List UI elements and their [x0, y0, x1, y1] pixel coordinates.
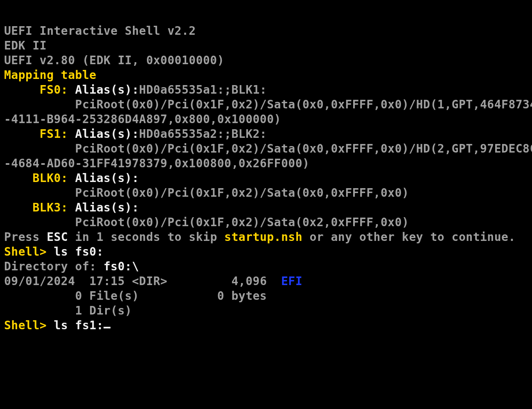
map-blk3-label: BLK3: — [4, 201, 68, 214]
shell-prompt-2: Shell> — [4, 319, 47, 332]
map-fs1-label: FS1: — [4, 127, 68, 141]
uefi-shell-terminal[interactable]: UEFI Interactive Shell v2.2 EDK II UEFI … — [0, 0, 532, 337]
map-blk3-alias-word: Alias(s): — [68, 201, 139, 214]
shell-prompt-1: Shell> — [4, 245, 47, 258]
startup-press: Press — [4, 230, 47, 244]
dir-of-label: Directory of: — [4, 260, 104, 273]
dir-row-name-efi: EFI — [281, 274, 302, 288]
dir-of-path: fs0:\ — [104, 260, 139, 273]
startup-esc-key: ESC — [47, 230, 68, 244]
map-fs0-alias-word: Alias(s): — [68, 83, 139, 97]
header-line-2: EDK II — [4, 39, 47, 52]
map-fs1-alias-word: Alias(s): — [68, 127, 139, 141]
map-fs1-alias-val: HD0a65535a2:;BLK2: — [139, 127, 267, 141]
shell-command-1: ls fs0: — [47, 245, 104, 258]
dir-summary-files: 0 File(s) 0 bytes — [4, 289, 267, 303]
header-line-1: UEFI Interactive Shell v2.2 — [4, 24, 196, 38]
shell-command-2[interactable]: ls fs1: — [47, 319, 104, 332]
dir-row-type: <DIR> — [132, 274, 167, 288]
map-fs0-alias-val: HD0a65535a1:;BLK1: — [139, 83, 267, 97]
map-fs0-label: FS0: — [4, 83, 68, 97]
map-blk0-path: PciRoot(0x0)/Pci(0x1F,0x2)/Sata(0x0,0xFF… — [4, 186, 409, 200]
header-line-3: UEFI v2.80 (EDK II, 0x00010000) — [4, 54, 224, 67]
cursor-icon — [104, 327, 110, 328]
mapping-table-title: Mapping table — [4, 68, 97, 82]
map-blk0-label: BLK0: — [4, 171, 68, 185]
map-blk3-path: PciRoot(0x0)/Pci(0x1F,0x2)/Sata(0x2,0xFF… — [4, 216, 409, 229]
map-fs0-path: PciRoot(0x0)/Pci(0x1F,0x2)/Sata(0x0,0xFF… — [4, 98, 532, 126]
dir-row-size: 4,096 — [167, 274, 281, 288]
startup-post: or any other key to continue. — [302, 230, 516, 244]
map-fs1-path: PciRoot(0x0)/Pci(0x1F,0x2)/Sata(0x0,0xFF… — [4, 142, 532, 170]
startup-mid: in 1 seconds to skip — [68, 230, 224, 244]
map-blk0-alias-word: Alias(s): — [68, 171, 139, 185]
startup-nsh-file: startup.nsh — [224, 230, 302, 244]
dir-summary-dirs: 1 Dir(s) — [4, 304, 132, 317]
dir-row-date: 09/01/2024 17:15 — [4, 274, 132, 288]
